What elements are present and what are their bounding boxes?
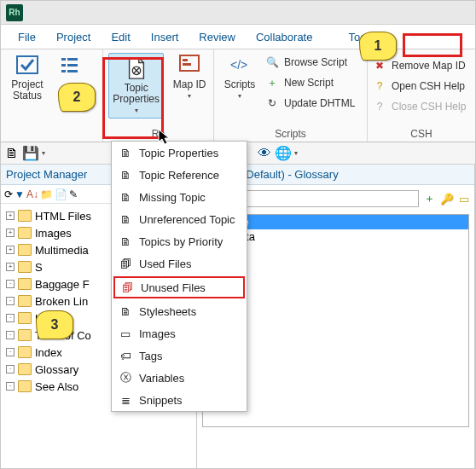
files-unused-icon: 🗐 — [120, 281, 134, 294]
add-term-icon[interactable]: ＋ — [424, 191, 435, 206]
dd-used-files[interactable]: 🗐Used Files — [112, 252, 247, 275]
close-csh-help-button: ?Close CSH Help — [373, 97, 470, 116]
folder-icon — [18, 261, 32, 273]
callout-1: 1 — [359, 32, 397, 61]
save-icon[interactable]: 💾 — [23, 146, 38, 161]
expand-icon[interactable]: · — [6, 314, 15, 322]
new-script-button[interactable]: ＋New Script — [265, 73, 355, 92]
dd-unused-files[interactable]: 🗐Unused Files — [113, 276, 245, 298]
page-props-icon: 🗎 — [119, 146, 132, 159]
dd-snippets[interactable]: ≣Snippets — [112, 389, 247, 411]
ribbon-group-label — [6, 126, 97, 140]
tree-item-label: See Also — [35, 380, 78, 393]
tree-item-label: Index — [35, 346, 62, 359]
folder-icon — [18, 227, 32, 239]
svg-rect-6 — [67, 70, 78, 72]
key-icon[interactable]: 🔑 — [440, 193, 454, 206]
menu-edit[interactable]: Edit — [101, 27, 140, 47]
preview-icon[interactable]: 👁 — [257, 146, 272, 161]
map-id-icon — [177, 53, 201, 77]
svg-rect-2 — [67, 58, 78, 61]
tree-item-label: Broken Lin — [35, 295, 88, 308]
help-off-icon: ? — [373, 100, 386, 113]
open-csh-help-button[interactable]: ?Open CSH Help — [373, 77, 470, 96]
page-priority-icon: 🗎 — [119, 234, 132, 248]
search-icon: 🔍 — [265, 55, 279, 69]
dd-unreferenced-topic[interactable]: 🗎Unreferenced Topic — [112, 208, 247, 230]
folder-icon — [18, 363, 32, 375]
callout-2: 2 — [58, 83, 96, 112]
folder-icon — [18, 210, 32, 222]
scripts-button[interactable]: </> Scripts ▾ — [219, 53, 260, 113]
dd-stylesheets[interactable]: 🗎Stylesheets — [112, 300, 247, 322]
svg-rect-9 — [183, 59, 188, 61]
browse-script-button[interactable]: 🔍Browse Script — [265, 53, 355, 72]
expand-icon[interactable]: + — [6, 263, 15, 271]
expand-icon[interactable]: · — [6, 348, 15, 356]
svg-rect-3 — [61, 64, 66, 67]
expand-icon[interactable]: · — [6, 382, 15, 391]
expand-icon[interactable]: + — [6, 246, 15, 254]
variable-icon: ⓧ — [119, 371, 132, 385]
dd-variables[interactable]: ⓧVariables — [112, 367, 247, 389]
folder-icon — [18, 312, 32, 324]
edit-icon[interactable]: ✎ — [69, 188, 78, 200]
expand-icon[interactable]: · — [6, 280, 15, 288]
dd-tags[interactable]: 🏷Tags — [112, 345, 247, 367]
refresh-icon: ↻ — [265, 96, 279, 110]
page-missing-icon: 🗎 — [119, 190, 132, 204]
callout-3: 3 — [36, 310, 73, 339]
map-id-button[interactable]: Map ID ▾ — [171, 53, 208, 119]
new-folder-icon[interactable]: 📁 — [40, 188, 53, 200]
new-file-icon[interactable]: 🗎 — [4, 146, 20, 161]
dd-topic-reference[interactable]: 🗎Topic Reference — [112, 164, 247, 186]
menu-review[interactable]: Review — [189, 27, 246, 47]
menu-project[interactable]: Project — [46, 27, 101, 47]
expand-icon[interactable]: · — [6, 365, 15, 373]
title-bar: Rh — [1, 1, 475, 25]
menu-collaborate[interactable]: Collaborate — [246, 27, 323, 47]
snippet-icon: ≣ — [119, 393, 132, 407]
new-page-icon[interactable]: 📄 — [55, 188, 67, 200]
project-status-button[interactable]: Project Status — [6, 53, 49, 101]
menu-insert[interactable]: Insert — [141, 27, 189, 47]
card-icon[interactable]: ▭ — [459, 193, 469, 206]
stylesheet-icon: 🗎 — [119, 304, 132, 318]
chevron-down-icon: ▾ — [188, 93, 191, 101]
check-icon — [15, 53, 39, 77]
dd-topic-properties[interactable]: 🗎Topic Properties — [112, 142, 247, 164]
svg-rect-0 — [17, 56, 38, 73]
chevron-down-icon[interactable]: ▾ — [294, 149, 298, 157]
tree-item-label: HTML Files — [35, 210, 91, 223]
filter-icon[interactable]: ▼ — [15, 188, 25, 200]
remove-icon: ✖ — [373, 59, 386, 72]
refresh-icon[interactable]: ⟳ — [4, 188, 13, 200]
update-dhtml-button[interactable]: ↻Update DHTML — [265, 94, 355, 113]
folder-icon — [18, 380, 32, 392]
expand-icon[interactable]: + — [6, 229, 15, 237]
files-used-icon: 🗐 — [119, 257, 132, 270]
page-ref-icon: 🗎 — [119, 168, 132, 182]
expand-icon[interactable]: · — [6, 297, 15, 305]
sort-icon[interactable]: A↓ — [26, 188, 38, 200]
ribbon-group-label-scripts: Scripts — [219, 126, 362, 140]
dd-missing-topic[interactable]: 🗎Missing Topic — [112, 186, 247, 208]
svg-rect-5 — [61, 70, 66, 72]
chevron-down-icon: ▾ — [238, 93, 241, 101]
chevron-down-icon[interactable]: ▾ — [42, 149, 45, 157]
project-status-label: Project Status — [6, 79, 49, 101]
topic-properties-dropdown: 🗎Topic Properties 🗎Topic Reference 🗎Miss… — [111, 141, 247, 412]
svg-rect-10 — [183, 63, 191, 66]
dd-images[interactable]: ▭Images — [112, 322, 247, 345]
ribbon-group-label-csh: CSH — [373, 126, 470, 140]
tree-item-label: Images — [35, 227, 72, 240]
term-input[interactable] — [235, 190, 420, 207]
globe-icon[interactable]: 🌐 — [276, 146, 291, 161]
list-icon — [58, 53, 82, 77]
folder-icon — [18, 244, 32, 256]
folder-icon — [18, 278, 32, 290]
dd-topics-by-priority[interactable]: 🗎Topics by Priority — [112, 230, 247, 252]
expand-icon[interactable]: · — [6, 331, 15, 339]
menu-file[interactable]: File — [8, 27, 46, 47]
expand-icon[interactable]: + — [6, 211, 15, 220]
